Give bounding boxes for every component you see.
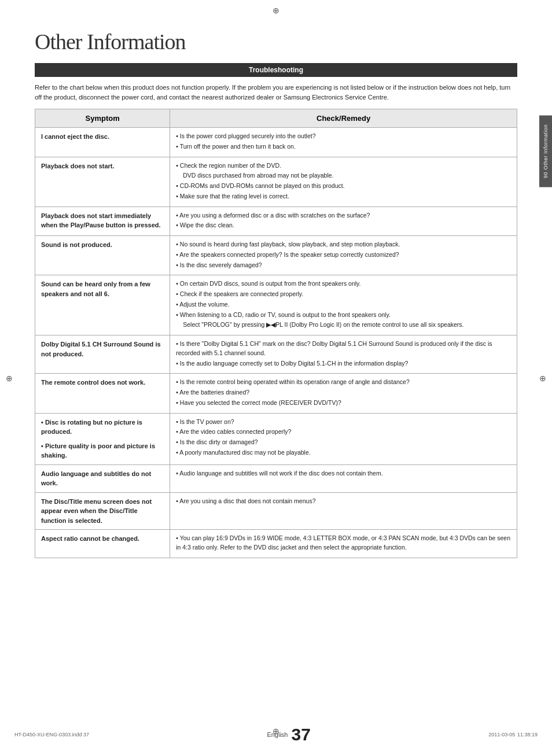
symptom-cell: Sound can be heard only from a few speak… <box>35 275 170 335</box>
remedy-cell: Is the TV power on?Are the video cables … <box>170 413 517 464</box>
table-row: Sound is not produced.No sound is heard … <box>35 236 517 275</box>
table-row: Dolby Digital 5.1 CH Surround Sound is n… <box>35 335 517 374</box>
remedy-item: Audio language and subtitles will not wo… <box>176 469 511 478</box>
table-row: Sound can be heard only from a few speak… <box>35 275 517 335</box>
remedy-item: Is the TV power on? <box>176 418 511 427</box>
symptom-cell: Playback does not start. <box>35 157 170 206</box>
table-row: The Disc/Title menu screen does not appe… <box>35 492 517 530</box>
remedy-item: Are you using a deformed disc or a disc … <box>176 211 511 220</box>
remedy-item: Is the disc dirty or damaged? <box>176 438 511 447</box>
page-title: Other Information <box>35 29 517 54</box>
remedy-item: Are the video cables connected properly? <box>176 427 511 437</box>
remedy-item: Is the remote control being operated wit… <box>176 378 511 387</box>
remedy-item: Select "PROLOG" by pressing ▶◀PL II (Dol… <box>176 320 511 330</box>
remedy-cell: Is the power cord plugged securely into … <box>170 128 517 157</box>
remedy-item: When listening to a CD, radio or TV, sou… <box>176 311 511 320</box>
remedy-cell: Is the remote control being operated wit… <box>170 374 517 413</box>
remedy-item: Have you selected the correct mode (RECE… <box>176 399 511 408</box>
symptom-cell: Sound is not produced. <box>35 236 170 275</box>
remedy-item: Is there "Dolby Digital 5.1 CH" mark on … <box>176 340 511 358</box>
col-header-symptom: Symptom <box>35 109 170 128</box>
table-row: Aspect ratio cannot be changed.You can p… <box>35 530 517 558</box>
footer-date-info: 2011-03-05 11:38:19 <box>488 732 538 737</box>
crosshair-left-icon: ⊕ <box>6 374 13 383</box>
table-row: • Disc is rotating but no picture is pro… <box>35 413 517 464</box>
remedy-item: On certain DVD discs, sound is output fr… <box>176 279 511 289</box>
remedy-item: Are the batteries drained? <box>176 388 511 397</box>
remedy-item: A poorly manufactured disc may not be pl… <box>176 448 511 458</box>
symptom-cell: I cannot eject the disc. <box>35 128 170 157</box>
table-row: Playback does not start immediately when… <box>35 206 517 236</box>
remedy-cell: On certain DVD discs, sound is output fr… <box>170 275 517 335</box>
page-wrapper: ⊕ ⊕ ⊕ 06 Other Information Other Informa… <box>0 0 552 756</box>
remedy-cell: Are you using a disc that does not conta… <box>170 492 517 530</box>
symptom-cell: Dolby Digital 5.1 CH Surround Sound is n… <box>35 335 170 374</box>
symptom-cell: The Disc/Title menu screen does not appe… <box>35 492 170 530</box>
remedy-item: Make sure that the rating level is corre… <box>176 192 511 201</box>
section-header: Troubleshooting <box>35 63 517 77</box>
remedy-cell: Is there "Dolby Digital 5.1 CH" mark on … <box>170 335 517 374</box>
crosshair-top-icon: ⊕ <box>273 6 279 15</box>
remedy-cell: Audio language and subtitles will not wo… <box>170 464 517 492</box>
side-tab-label: Other Information <box>543 124 549 170</box>
remedy-item: Is the disc severely damaged? <box>176 261 511 270</box>
intro-text: Refer to the chart below when this produ… <box>35 83 517 102</box>
remedy-cell: Check the region number of the DVD.DVD d… <box>170 157 517 206</box>
remedy-item: Is the audio language correctly set to D… <box>176 359 511 368</box>
side-tab-number: 06 <box>543 172 549 179</box>
remedy-item: No sound is heard during fast playback, … <box>176 240 511 249</box>
symptom-cell: Playback does not start immediately when… <box>35 206 170 236</box>
side-tab: 06 Other Information <box>539 116 552 187</box>
table-row: Playback does not start.Check the region… <box>35 157 517 206</box>
crosshair-right-icon: ⊕ <box>539 374 546 383</box>
page-number: 37 <box>291 725 310 744</box>
remedy-item: Check the region number of the DVD. <box>176 161 511 171</box>
col-header-remedy: Check/Remedy <box>170 109 517 128</box>
table-row: Audio language and subtitles do not work… <box>35 464 517 492</box>
remedy-item: Turn off the power and then turn it back… <box>176 142 511 152</box>
footer-file-info: HT-D450-XU-ENG-0303.indd 37 <box>14 732 89 737</box>
remedy-item: Are you using a disc that does not conta… <box>176 497 511 506</box>
remedy-cell: No sound is heard during fast playback, … <box>170 236 517 275</box>
remedy-item: Is the power cord plugged securely into … <box>176 132 511 141</box>
remedy-cell: You can play 16:9 DVDs in 16:9 WIDE mode… <box>170 530 517 558</box>
table-row: I cannot eject the disc.Is the power cor… <box>35 128 517 157</box>
remedy-item: You can play 16:9 DVDs in 16:9 WIDE mode… <box>176 534 511 552</box>
crosshair-bottom-icon: ⊕ <box>273 727 279 736</box>
symptom-cell: Aspect ratio cannot be changed. <box>35 530 170 558</box>
remedy-item: Adjust the volume. <box>176 300 511 309</box>
symptom-cell: • Disc is rotating but no picture is pro… <box>35 413 170 464</box>
troubleshooting-table: Symptom Check/Remedy I cannot eject the … <box>35 109 517 558</box>
remedy-item: Are the speakers connected properly? Is … <box>176 250 511 260</box>
remedy-item: Check if the speakers are connected prop… <box>176 290 511 299</box>
remedy-cell: Are you using a deformed disc or a disc … <box>170 206 517 236</box>
remedy-item: DVD discs purchased from abroad may not … <box>176 171 511 180</box>
symptom-cell: Audio language and subtitles do not work… <box>35 464 170 492</box>
table-row: The remote control does not work.Is the … <box>35 374 517 413</box>
symptom-cell: The remote control does not work. <box>35 374 170 413</box>
remedy-item: Wipe the disc clean. <box>176 221 511 230</box>
remedy-item: CD-ROMs and DVD-ROMs cannot be played on… <box>176 182 511 191</box>
